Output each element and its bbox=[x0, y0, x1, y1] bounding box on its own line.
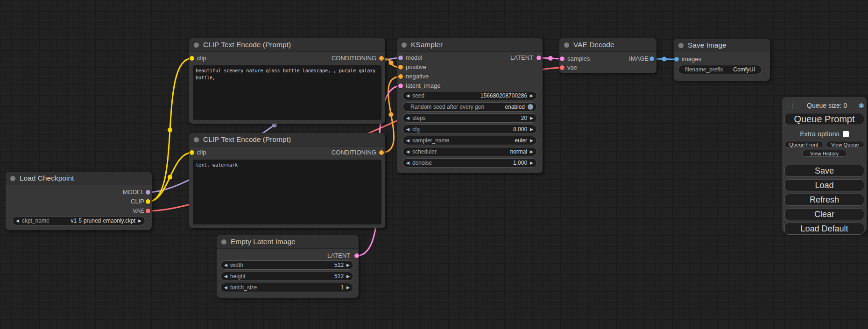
node-clip-text-encode-negative[interactable]: CLIP Text Encode (Prompt) clip CONDITION… bbox=[189, 133, 385, 228]
node-header: VAE Decode bbox=[559, 38, 656, 52]
node-save-image[interactable]: Save Image images filename_prefix ComfyU… bbox=[674, 39, 770, 81]
drag-handle-icon[interactable]: ⋮⋮ bbox=[784, 103, 796, 108]
decrement-arrow-icon[interactable]: ◀ bbox=[406, 161, 409, 165]
gear-icon[interactable]: ✱ bbox=[858, 102, 864, 109]
output-label-clip: CLIP bbox=[88, 198, 144, 205]
collapse-dot-icon[interactable] bbox=[194, 137, 199, 142]
decrement-arrow-icon[interactable]: ◀ bbox=[406, 150, 409, 154]
input-slot-positive[interactable] bbox=[398, 65, 403, 70]
ckpt-name-widget[interactable]: ◀ ckpt_name v1-5-pruned-emaonly.ckpt ▶ bbox=[12, 216, 145, 225]
output-slot-image[interactable] bbox=[649, 56, 654, 61]
output-label-image: IMAGE bbox=[616, 55, 649, 63]
increment-arrow-icon[interactable]: ▶ bbox=[530, 161, 533, 165]
widget-value: 512 bbox=[334, 273, 344, 280]
denoise-widget[interactable]: ◀ denoise 1.000 ▶ bbox=[402, 158, 537, 168]
decrement-arrow-icon[interactable]: ◀ bbox=[16, 219, 19, 223]
queue-prompt-button[interactable]: Queue Prompt bbox=[784, 113, 864, 125]
output-slot-model[interactable] bbox=[146, 190, 150, 195]
increment-arrow-icon[interactable]: ▶ bbox=[530, 116, 533, 120]
filename-prefix-widget[interactable]: filename_prefix ComfyUI bbox=[678, 65, 762, 74]
collapse-dot-icon[interactable] bbox=[678, 43, 684, 48]
collapse-dot-icon[interactable] bbox=[10, 176, 15, 181]
node-graph-canvas[interactable]: Load Checkpoint MODEL CLIP VAE ◀ ckpt_na… bbox=[0, 0, 868, 329]
toggle-circle-icon[interactable] bbox=[528, 104, 533, 110]
link-midpoint-dot bbox=[389, 61, 394, 65]
widget-label: height bbox=[230, 273, 246, 280]
decrement-arrow-icon[interactable]: ◀ bbox=[224, 274, 227, 279]
output-label-latent: LATENT bbox=[308, 252, 350, 259]
view-history-button[interactable]: View History bbox=[802, 150, 847, 157]
cfg-widget[interactable]: ◀ cfg 8.000 ▶ bbox=[402, 125, 537, 134]
random-seed-toggle-widget[interactable]: Random seed after every gen enabled bbox=[402, 102, 537, 112]
widget-value: normal bbox=[510, 148, 527, 155]
queue-front-button[interactable]: Queue Front bbox=[784, 141, 823, 148]
input-slot-model[interactable] bbox=[398, 56, 403, 60]
output-slot-vae[interactable] bbox=[146, 209, 150, 213]
sampler-name-widget[interactable]: ◀ sampler_name euler ▶ bbox=[402, 136, 537, 145]
input-slot-negative[interactable] bbox=[398, 74, 403, 79]
output-slot-conditioning[interactable] bbox=[379, 150, 384, 155]
extra-options-checkbox[interactable] bbox=[843, 131, 849, 137]
clear-button[interactable]: Clear bbox=[784, 208, 864, 220]
decrement-arrow-icon[interactable]: ◀ bbox=[224, 286, 227, 290]
input-slot-latent-image[interactable] bbox=[398, 84, 403, 88]
output-label-vae: VAE bbox=[88, 207, 144, 215]
decrement-arrow-icon[interactable]: ◀ bbox=[224, 263, 227, 267]
view-queue-button[interactable]: View Queue bbox=[826, 141, 865, 148]
steps-widget[interactable]: ◀ steps 20 ▶ bbox=[402, 113, 537, 123]
widget-label: cfg bbox=[412, 126, 420, 133]
output-label-model: MODEL bbox=[88, 189, 144, 196]
increment-arrow-icon[interactable]: ▶ bbox=[346, 274, 350, 279]
node-load-checkpoint[interactable]: Load Checkpoint MODEL CLIP VAE ◀ ckpt_na… bbox=[6, 172, 152, 230]
output-slot-latent[interactable] bbox=[354, 253, 359, 258]
width-widget[interactable]: ◀ width 512 ▶ bbox=[220, 260, 353, 270]
increment-arrow-icon[interactable]: ▶ bbox=[138, 219, 141, 223]
prompt-textarea[interactable]: beautiful scenery nature glass bottle la… bbox=[193, 65, 381, 120]
batch-size-widget[interactable]: ◀ batch_size 1 ▶ bbox=[220, 283, 353, 292]
link-wire-clip-to-positive-prompt bbox=[148, 58, 192, 202]
node-title: CLIP Text Encode (Prompt) bbox=[203, 41, 291, 49]
node-vae-decode[interactable]: VAE Decode samples vae IMAGE bbox=[559, 38, 656, 73]
input-slot-samples[interactable] bbox=[560, 56, 565, 61]
increment-arrow-icon[interactable]: ▶ bbox=[346, 263, 350, 267]
decrement-arrow-icon[interactable]: ◀ bbox=[406, 94, 409, 98]
collapse-dot-icon[interactable] bbox=[564, 42, 569, 48]
collapse-dot-icon[interactable] bbox=[194, 42, 199, 48]
node-empty-latent-image[interactable]: Empty Latent Image LATENT ◀ width 512 ▶ … bbox=[217, 235, 359, 298]
load-button[interactable]: Load bbox=[784, 179, 864, 191]
increment-arrow-icon[interactable]: ▶ bbox=[530, 94, 533, 98]
input-slot-clip[interactable] bbox=[190, 150, 194, 155]
input-label-vae: vae bbox=[567, 64, 577, 71]
output-slot-latent[interactable] bbox=[536, 56, 541, 60]
increment-arrow-icon[interactable]: ▶ bbox=[346, 286, 350, 290]
load-default-button[interactable]: Load Default bbox=[784, 223, 864, 235]
input-label-samples: samples bbox=[567, 55, 590, 63]
input-slot-clip[interactable] bbox=[190, 56, 194, 61]
height-widget[interactable]: ◀ height 512 ▶ bbox=[220, 272, 353, 281]
node-header: CLIP Text Encode (Prompt) bbox=[189, 133, 385, 147]
decrement-arrow-icon[interactable]: ◀ bbox=[406, 127, 409, 132]
node-clip-text-encode-positive[interactable]: CLIP Text Encode (Prompt) clip CONDITION… bbox=[189, 38, 385, 124]
scheduler-widget[interactable]: ◀ scheduler normal ▶ bbox=[402, 147, 537, 156]
prompt-textarea[interactable]: text, watermark bbox=[193, 160, 381, 224]
decrement-arrow-icon[interactable]: ◀ bbox=[406, 116, 409, 120]
collapse-dot-icon[interactable] bbox=[221, 239, 226, 245]
output-slot-conditioning[interactable] bbox=[379, 56, 384, 61]
collapse-dot-icon[interactable] bbox=[402, 42, 407, 48]
queue-size-label: Queue size: 0 bbox=[796, 102, 858, 109]
widget-value: enabled bbox=[505, 104, 525, 110]
decrement-arrow-icon[interactable]: ◀ bbox=[406, 139, 409, 143]
input-slot-images[interactable] bbox=[674, 57, 679, 62]
increment-arrow-icon[interactable]: ▶ bbox=[530, 150, 533, 154]
input-label-model: model bbox=[406, 54, 422, 62]
save-button[interactable]: Save bbox=[784, 165, 864, 177]
input-label-latent-image: latent_image bbox=[406, 82, 440, 90]
input-slot-vae[interactable] bbox=[560, 65, 565, 70]
increment-arrow-icon[interactable]: ▶ bbox=[530, 127, 533, 132]
increment-arrow-icon[interactable]: ▶ bbox=[530, 139, 533, 143]
output-slot-clip[interactable] bbox=[146, 199, 150, 204]
widget-value: ComfyUI bbox=[733, 66, 755, 73]
node-ksampler[interactable]: KSampler model positive negative latent_… bbox=[397, 38, 543, 173]
seed-widget[interactable]: ◀ seed 156680208700286 ▶ bbox=[402, 91, 537, 100]
refresh-button[interactable]: Refresh bbox=[784, 194, 864, 206]
